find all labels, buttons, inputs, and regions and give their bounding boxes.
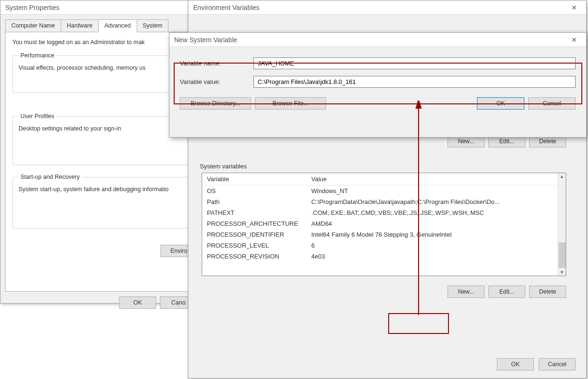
desc-performance: Visual effects, processor scheduling, me…: [19, 65, 186, 71]
cell-value: Intel64 Family 6 Model 78 Stepping 3, Ge…: [307, 229, 558, 240]
cell-variable: PROCESSOR_LEVEL: [202, 240, 307, 251]
cell-variable: OS: [202, 185, 307, 197]
nsv-body: Variable name: Variable value: Browse Di…: [169, 47, 586, 117]
label-variable-name: Variable name:: [180, 60, 253, 67]
cell-variable: PROCESSOR_ARCHITECTURE: [202, 218, 307, 229]
tab-advanced[interactable]: Advanced: [98, 19, 137, 32]
sysprops-titlebar: System Properties: [0, 0, 204, 15]
envvars-title: Environment Variables: [193, 4, 260, 11]
cell-variable: Path: [202, 196, 307, 207]
group-userprofiles: User Profiles Desktop settings related t…: [12, 113, 192, 165]
nsv-cancel-button[interactable]: Cancel: [528, 97, 576, 110]
cell-value: AMD64: [307, 218, 558, 229]
table-row[interactable]: PROCESSOR_IDENTIFIERIntel64 Family 6 Mod…: [202, 229, 558, 240]
table-row[interactable]: PROCESSOR_REVISION4e03: [202, 251, 558, 262]
sysprops-tabs: Computer Name Hardware Advanced System: [5, 19, 199, 32]
system-vars-edit-button[interactable]: Edit...: [488, 286, 525, 298]
scroll-down-arrow-icon[interactable]: ▼: [560, 269, 564, 276]
sysprops-ok-button[interactable]: OK: [119, 296, 156, 309]
group-performance: Performance Visual effects, processor sc…: [12, 52, 192, 93]
legend-performance: Performance: [19, 52, 56, 59]
desc-startup: System start-up, system failure and debu…: [19, 186, 186, 193]
group-startup: Start-up and Recovery System start-up, s…: [12, 174, 192, 229]
cell-value: .COM;.EXE;.BAT;.CMD;.VBS;.VBE;.JS;.JSE;.…: [307, 207, 558, 218]
scrollbar-thumb[interactable]: [559, 242, 566, 268]
envvars-titlebar: Environment Variables ✕: [188, 0, 586, 15]
scrollbar[interactable]: ▲ ▼: [558, 173, 566, 276]
cell-value: 4e03: [307, 251, 558, 262]
browse-file-button[interactable]: Browse File...: [255, 97, 326, 110]
system-variables-label: System variables: [200, 163, 576, 170]
table-row[interactable]: PATHEXT.COM;.EXE;.BAT;.CMD;.VBS;.VBE;.JS…: [202, 207, 558, 218]
table-row[interactable]: PROCESSOR_LEVEL6: [202, 240, 558, 251]
table-row[interactable]: PROCESSOR_ARCHITECTUREAMD64: [202, 218, 558, 229]
row-variable-name: Variable name:: [180, 57, 576, 69]
nsv-title: New System Variable: [174, 36, 237, 44]
legend-startup: Start-up and Recovery: [19, 174, 82, 180]
system-variables-list[interactable]: Variable Value OSWindows_NTPathC:\Progra…: [202, 173, 566, 276]
envvars-ok-button[interactable]: OK: [497, 358, 534, 370]
label-variable-value: Variable value:: [180, 78, 253, 85]
table-row[interactable]: OSWindows_NT: [202, 185, 558, 197]
variable-name-input[interactable]: [253, 57, 576, 69]
row-variable-value: Variable value:: [180, 76, 576, 88]
tab-system[interactable]: System: [137, 19, 169, 32]
scroll-up-arrow-icon[interactable]: ▲: [560, 173, 564, 180]
cell-variable: PROCESSOR_REVISION: [202, 251, 307, 262]
cell-variable: PATHEXT: [202, 207, 307, 218]
envvars-cancel-button[interactable]: Cancel: [539, 358, 576, 370]
nsv-titlebar: New System Variable ✕: [169, 33, 586, 47]
admin-note: You must be logged on as an Administrato…: [12, 39, 192, 46]
system-vars-delete-button[interactable]: Delete: [529, 286, 566, 298]
system-variables-table: Variable Value OSWindows_NTPathC:\Progra…: [202, 173, 558, 262]
legend-userprofiles: User Profiles: [19, 113, 56, 120]
system-vars-new-button[interactable]: New...: [448, 286, 485, 298]
nsv-ok-button[interactable]: OK: [477, 97, 524, 110]
col-variable[interactable]: Variable: [202, 173, 307, 185]
table-row[interactable]: PathC:\ProgramData\Oracle\Java\javapath;…: [202, 196, 558, 207]
cell-value: 6: [307, 240, 558, 251]
cell-variable: PROCESSOR_IDENTIFIER: [202, 229, 307, 240]
variable-value-input[interactable]: [253, 76, 576, 88]
tab-hardware[interactable]: Hardware: [61, 19, 99, 32]
cell-value: Windows_NT: [307, 185, 558, 197]
close-icon[interactable]: ✕: [565, 2, 583, 13]
col-value[interactable]: Value: [307, 173, 558, 185]
new-system-variable-dialog: New System Variable ✕ Variable name: Var…: [169, 32, 587, 138]
tab-computer-name[interactable]: Computer Name: [5, 19, 61, 32]
browse-directory-button[interactable]: Browse Directory...: [180, 97, 251, 110]
cell-value: C:\ProgramData\Oracle\Java\javapath;C:\P…: [307, 196, 558, 207]
desc-userprofiles: Desktop settings related to your sign-in: [19, 125, 186, 132]
sysprops-title: System Properties: [5, 4, 59, 11]
close-icon[interactable]: ✕: [565, 34, 583, 46]
